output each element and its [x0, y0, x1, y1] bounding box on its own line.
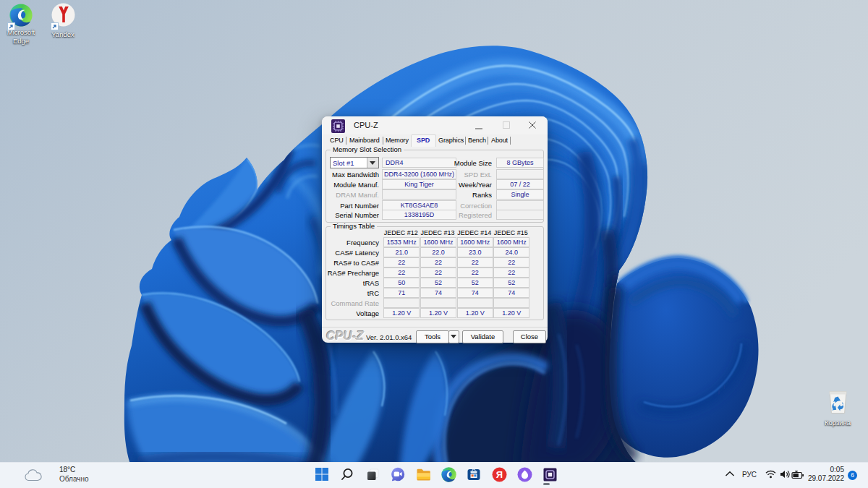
svg-text:Я: Я [496, 469, 503, 480]
